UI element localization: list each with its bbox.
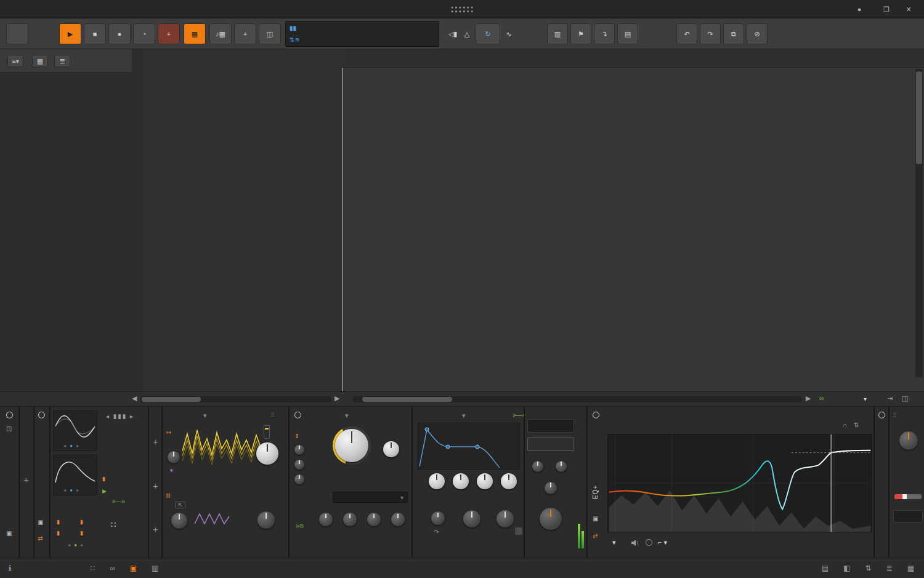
automation-write-icon[interactable]: ◔ xyxy=(133,23,155,44)
filter-mod3-knob[interactable] xyxy=(294,474,304,484)
track-device-power-icon[interactable] xyxy=(6,412,13,418)
overdub-plus-button[interactable]: + xyxy=(158,23,180,44)
wavetable-title[interactable]: ▾ xyxy=(203,412,207,420)
panel-icon[interactable]: ◫ xyxy=(6,425,12,432)
delete-button[interactable]: ⊘ xyxy=(747,23,768,44)
maximize-button[interactable]: ❐ xyxy=(876,0,897,18)
eq-panel-icon[interactable]: ▣ xyxy=(593,515,598,522)
stop-button[interactable]: ■ xyxy=(84,23,106,44)
sub-wave-display[interactable] xyxy=(193,510,230,527)
zoom-level-value[interactable]: ▾ xyxy=(864,396,867,402)
undo-button[interactable]: ↶ xyxy=(676,23,697,44)
note-grid-icon[interactable]: ♪▦ xyxy=(209,23,232,44)
wt-keytrack-icon[interactable]: ↦ xyxy=(166,429,171,436)
beat-ruler[interactable] xyxy=(342,49,924,68)
env-curve-knob[interactable] xyxy=(431,511,445,525)
device-panel-icon[interactable]: ▣ xyxy=(38,519,43,526)
eq-sort-icon[interactable]: ⇅ xyxy=(854,421,859,428)
eq-graph[interactable] xyxy=(607,434,872,532)
add-device-button[interactable]: + xyxy=(23,474,29,485)
filter-title[interactable]: ▾ xyxy=(345,412,349,420)
edit-menu-button[interactable] xyxy=(652,23,674,44)
dual-panel-icon[interactable]: ◫ xyxy=(259,23,281,44)
add-expr-button[interactable]: + xyxy=(153,524,158,534)
mod-slot-selector[interactable]: ◂ ▮▮▮ ▸ xyxy=(106,413,134,420)
filter-mod1-icon[interactable]: ⇕ xyxy=(294,433,299,439)
file-menu-button[interactable] xyxy=(6,23,28,44)
filter-resonance-knob[interactable] xyxy=(383,441,399,457)
device-io-icon[interactable]: ⇄ xyxy=(38,535,43,542)
wavetable-display[interactable] xyxy=(182,421,261,476)
close-button[interactable]: ✕ xyxy=(898,0,919,18)
wt-sync-badge[interactable]: ⇱ xyxy=(175,502,185,508)
add-effect-track-icon[interactable]: ↴ xyxy=(594,23,615,44)
monitor-icon[interactable]: ▣ xyxy=(6,530,12,537)
redo-button[interactable]: ↷ xyxy=(700,23,721,44)
mono-knob[interactable] xyxy=(532,461,543,472)
playhead[interactable] xyxy=(342,68,343,391)
follow-playhead-icon[interactable]: ∿ xyxy=(503,23,515,44)
duplicate-button[interactable]: ⧉ xyxy=(723,23,744,44)
velocity-depth-knob[interactable] xyxy=(545,482,557,494)
wt-unison-icon[interactable]: ✶ xyxy=(169,467,174,474)
adsr-title[interactable]: ▾ xyxy=(462,412,466,420)
glide-knob[interactable] xyxy=(496,510,514,527)
perf-knob[interactable] xyxy=(899,431,918,450)
filter-power-icon[interactable] xyxy=(294,412,301,418)
track-menu-button[interactable] xyxy=(781,23,809,44)
punch-in-icon[interactable]: ◁▮ xyxy=(445,23,461,44)
eq-band-selector[interactable]: ▾ xyxy=(612,539,616,547)
eq-bell-icon[interactable]: ∩ xyxy=(843,421,847,428)
feg-d-knob[interactable] xyxy=(343,513,357,526)
launcher-scroll-left-icon[interactable]: ◀ xyxy=(132,394,137,402)
adsr-a-knob[interactable] xyxy=(429,473,445,489)
mod-amount-bar[interactable] xyxy=(894,494,922,499)
out-knob[interactable] xyxy=(540,508,562,530)
add-audio-track-icon[interactable]: ⚑ xyxy=(570,23,591,44)
feg-s-knob[interactable] xyxy=(367,513,381,526)
mixer-strip-icon[interactable]: ▥ xyxy=(152,564,158,572)
launcher-grid-toggle-icon[interactable]: ▦ xyxy=(32,55,48,67)
zoom-to-fit-icon[interactable]: ⇥ xyxy=(887,394,893,402)
filter-mod1-knob[interactable] xyxy=(294,445,304,455)
osc-b-display[interactable]: ◂ ● ▸ xyxy=(53,455,97,495)
automation-panel-icon[interactable]: ⇅ xyxy=(865,564,872,572)
eq-band-power-icon[interactable] xyxy=(646,539,652,546)
track-list-options-icon[interactable]: ≡▾ xyxy=(7,55,23,67)
vertical-scrollbar[interactable] xyxy=(915,69,923,377)
bar-button[interactable] xyxy=(893,510,923,523)
eq-io-icon[interactable]: ⇄ xyxy=(593,532,598,539)
follow-link-icon[interactable]: ∞ xyxy=(819,394,824,402)
device-panel-icon[interactable]: ≣ xyxy=(886,564,893,572)
polymer-power-icon[interactable] xyxy=(38,412,45,418)
eq-power-icon[interactable] xyxy=(593,412,599,418)
tempo-tap-icon[interactable]: ▮▮ xyxy=(290,25,296,31)
inspector-panel-icon[interactable]: ◧ xyxy=(843,564,850,572)
filter-mod2-knob[interactable] xyxy=(294,460,304,470)
launcher-scroll-right-icon[interactable]: ▶ xyxy=(334,394,339,402)
fx-tab[interactable] xyxy=(527,438,574,451)
clip-launcher-toggle-icon[interactable]: ▣ xyxy=(130,564,137,572)
osc-a-nav[interactable]: ◂ ● ▸ xyxy=(63,443,80,449)
noise-knob[interactable] xyxy=(257,511,275,529)
snap-grid-icon[interactable]: ◫ xyxy=(902,394,908,402)
wt-phase-knob[interactable] xyxy=(168,451,180,463)
link-displays-icon[interactable]: ∞ xyxy=(110,564,115,572)
arranger-scroll-right-icon[interactable]: ▶ xyxy=(806,394,811,402)
add-instrument-track-icon[interactable]: ▥ xyxy=(547,23,568,44)
play-button[interactable]: ▶ xyxy=(59,23,81,44)
wt-index-slider[interactable] xyxy=(264,425,270,439)
add-osc-button[interactable]: + xyxy=(153,436,158,447)
arranger-toggle-icon[interactable]: ≣ xyxy=(54,55,70,67)
osc-a-display[interactable]: ◂ ● ▸ xyxy=(53,410,97,451)
dice-icon[interactable]: ∷ xyxy=(111,520,116,529)
adsr-r-knob[interactable] xyxy=(501,473,517,489)
adsr-s-knob[interactable] xyxy=(477,473,493,489)
loop-toggle-button[interactable]: ↻ xyxy=(476,23,500,44)
sub-knob[interactable] xyxy=(171,513,187,529)
wt-index-knob[interactable] xyxy=(256,442,278,465)
detail-panel-icon[interactable]: ▦ xyxy=(907,564,914,572)
pitch-knob[interactable] xyxy=(463,510,480,527)
metronome-icon[interactable]: △ xyxy=(461,23,473,44)
add-group-track-icon[interactable]: ▤ xyxy=(617,23,638,44)
